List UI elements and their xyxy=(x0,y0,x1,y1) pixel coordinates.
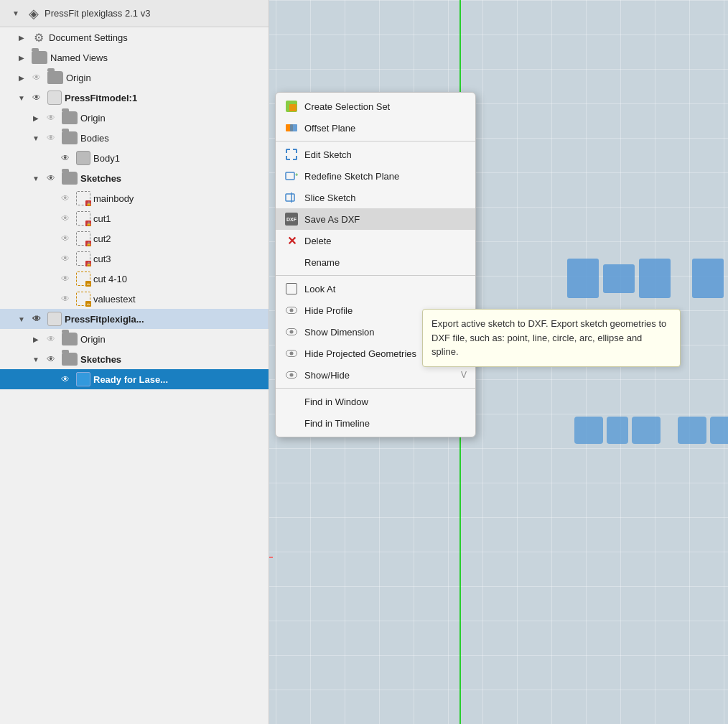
menu-item-delete[interactable]: ✕ Delete xyxy=(276,230,475,251)
sidebar-item-bodies[interactable]: 👁 Bodies xyxy=(0,128,269,148)
cut3-label: cut3 xyxy=(93,254,263,264)
origin-3-eye[interactable]: 👁 xyxy=(43,331,59,347)
slice-label: Slice Sketch xyxy=(304,192,467,203)
sidebar-item-cut4-10[interactable]: 👁 ✏ cut 4-10 xyxy=(0,269,269,289)
sketches-top-eye[interactable]: 👁 xyxy=(43,170,59,186)
sidebar-item-pressfit-plexigla[interactable]: 👁 PressFitplexigla... xyxy=(0,309,269,329)
title-expand-arrow[interactable] xyxy=(9,4,23,24)
find-window-icon xyxy=(284,394,299,409)
sketches-bottom-arrow[interactable] xyxy=(29,349,43,369)
ready-laser-eye[interactable]: 👁 xyxy=(57,371,73,387)
cut3-eye[interactable]: 👁 xyxy=(57,251,73,266)
sidebar-item-valuestext[interactable]: 👁 ✏ valuestext xyxy=(0,289,269,309)
menu-item-look-at[interactable]: Look At xyxy=(276,278,475,300)
title-bar: ◈ PressFit plexiglass 2.1 v3 xyxy=(0,0,269,27)
blue-shape-b1 xyxy=(574,417,603,444)
menu-item-find-in-timeline[interactable]: Find in Timeline xyxy=(276,412,475,434)
hide-projected-eye-icon xyxy=(284,346,299,361)
sidebar-item-cut1[interactable]: 👁 🔒 cut1 xyxy=(0,208,269,228)
doc-settings-arrow[interactable] xyxy=(14,27,29,47)
sketches-top-arrow[interactable] xyxy=(29,168,43,188)
blue-shape-3 xyxy=(639,259,671,298)
menu-item-find-in-window[interactable]: Find in Window xyxy=(276,391,475,412)
valuestext-eye[interactable]: 👁 xyxy=(57,291,73,307)
blue-shape-b3 xyxy=(632,417,661,444)
create-selection-set-label: Create Selection Set xyxy=(304,101,467,112)
bodies-label: Bodies xyxy=(80,133,263,144)
origin-3-label: Origin xyxy=(80,334,263,345)
menu-item-show-hide[interactable]: Show/Hide V xyxy=(276,364,475,386)
sidebar-item-ready-for-laser[interactable]: 👁 Ready for Lase... xyxy=(0,369,269,389)
sketches-bottom-eye[interactable]: 👁 xyxy=(43,351,59,367)
body1-eye[interactable]: 👁 xyxy=(57,150,73,166)
cut4-10-eye[interactable]: 👁 xyxy=(57,271,73,287)
menu-item-offset-plane[interactable]: Offset Plane xyxy=(276,117,475,139)
blue-shape-b2 xyxy=(607,417,628,444)
mainbody-eye[interactable]: 👁 xyxy=(57,190,73,206)
named-views-icon xyxy=(32,51,47,64)
sidebar-item-origin-top[interactable]: 👁 Origin xyxy=(0,68,269,88)
pressfit-plexigla-eye[interactable]: 👁 xyxy=(29,311,45,327)
origin-top-arrow[interactable] xyxy=(14,68,29,88)
bodies-eye[interactable]: 👁 xyxy=(43,130,59,146)
ready-laser-icon xyxy=(76,372,90,386)
pressfit-plexigla-label: PressFitplexigla... xyxy=(65,314,263,325)
sidebar-item-mainbody[interactable]: 👁 🔒 mainbody xyxy=(0,188,269,208)
pressfit-plexigla-arrow[interactable] xyxy=(14,309,29,329)
pressfitmodel-eye[interactable]: 👁 xyxy=(29,90,45,106)
sidebar-item-sketches-bottom[interactable]: 👁 Sketches xyxy=(0,349,269,369)
show-hide-label: Show/Hide xyxy=(304,370,455,381)
cut4-10-lock-icon: ✏ xyxy=(85,281,91,287)
cut3-icon: 🔒 xyxy=(76,251,90,266)
sidebar-item-origin-3[interactable]: 👁 Origin xyxy=(0,329,269,349)
sidebar-item-named-views[interactable]: Named Views xyxy=(0,47,269,68)
cut2-label: cut2 xyxy=(93,233,263,244)
blue-shapes-top xyxy=(567,259,728,298)
cut1-lock-icon: 🔒 xyxy=(85,221,91,226)
menu-item-edit-sketch[interactable]: Edit Sketch xyxy=(276,144,475,165)
menu-item-rename[interactable]: Rename xyxy=(276,251,475,273)
pressfitmodel-arrow[interactable] xyxy=(14,88,29,108)
valuestext-label: valuestext xyxy=(93,294,263,305)
show-hide-shortcut: V xyxy=(461,370,467,380)
hide-profile-eye-icon xyxy=(284,303,299,317)
sidebar-item-document-settings[interactable]: ⚙ Document Settings xyxy=(0,27,269,47)
sidebar-item-origin-sub[interactable]: 👁 Origin xyxy=(0,108,269,128)
origin-sub-arrow[interactable] xyxy=(29,108,43,128)
menu-item-redefine-sketch-plane[interactable]: + Redefine Sketch Plane xyxy=(276,165,475,187)
blue-shape-1 xyxy=(567,259,599,298)
origin-sub-eye[interactable]: 👁 xyxy=(43,110,59,126)
menu-item-save-as-dxf[interactable]: DXF Save As DXF xyxy=(276,208,475,230)
named-views-arrow[interactable] xyxy=(14,47,29,68)
origin-top-eye[interactable]: 👁 xyxy=(29,70,45,85)
sketches-bottom-label: Sketches xyxy=(80,354,263,365)
sidebar-item-pressfitmodel[interactable]: 👁 PressFitmodel:1 xyxy=(0,88,269,108)
body1-arrow xyxy=(43,148,57,168)
origin-3-arrow[interactable] xyxy=(29,329,43,349)
svg-text:+: + xyxy=(295,172,298,178)
tooltip: Export active sketch to DXF. Export sket… xyxy=(422,309,681,367)
separator-2 xyxy=(276,275,475,276)
doc-settings-label: Document Settings xyxy=(49,32,263,43)
cut1-arrow xyxy=(43,208,57,228)
menu-item-slice-sketch[interactable]: Slice Sketch xyxy=(276,187,475,208)
find-in-window-label: Find in Window xyxy=(304,396,467,407)
separator-1 xyxy=(276,141,475,141)
cut4-10-arrow xyxy=(43,269,57,289)
tooltip-text: Export active sketch to DXF. Export sket… xyxy=(431,318,666,357)
sidebar-item-cut2[interactable]: 👁 🔒 cut2 xyxy=(0,228,269,249)
sidebar-item-cut3[interactable]: 👁 🔒 cut3 xyxy=(0,249,269,269)
css-icon xyxy=(284,99,299,113)
bodies-arrow[interactable] xyxy=(29,128,43,148)
cut1-eye[interactable]: 👁 xyxy=(57,210,73,226)
menu-item-create-selection-set[interactable]: Create Selection Set xyxy=(276,96,475,117)
offset-plane-icon xyxy=(284,121,299,135)
sidebar-item-sketches-top[interactable]: 👁 Sketches xyxy=(0,168,269,188)
delete-label: Delete xyxy=(304,236,467,246)
edit-sketch-label: Edit Sketch xyxy=(304,149,467,160)
spacer xyxy=(675,259,688,298)
cut2-eye[interactable]: 👁 xyxy=(57,231,73,246)
sidebar-item-body1[interactable]: 👁 Body1 xyxy=(0,148,269,168)
lookat-icon xyxy=(284,282,299,296)
sketches-top-icon xyxy=(62,172,78,185)
